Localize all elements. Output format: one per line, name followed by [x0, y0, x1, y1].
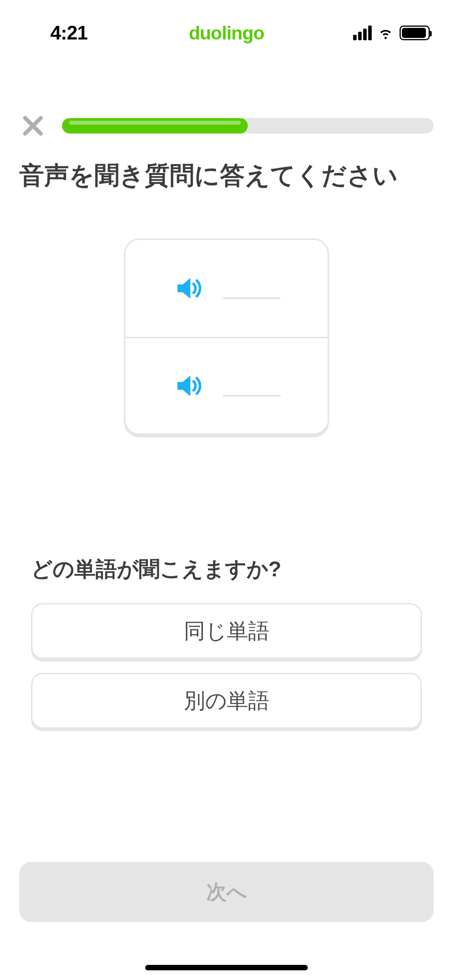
instruction-text: 音声を聞き質問に答えてください: [0, 159, 453, 192]
cellular-signal-icon: [353, 26, 372, 40]
audio-play-row-1[interactable]: [125, 240, 328, 337]
wifi-icon: [377, 24, 394, 42]
answer-option-different[interactable]: 別の単語: [31, 673, 422, 729]
answer-options: 同じ単語 別の単語: [0, 603, 453, 729]
progress-bar: [62, 118, 434, 134]
audio-card: [124, 238, 329, 435]
speaker-icon: [172, 273, 203, 304]
status-icons: [294, 24, 430, 42]
next-button[interactable]: 次へ: [19, 862, 434, 922]
status-bar: 4:21 duolingo: [0, 0, 453, 54]
home-indicator[interactable]: [145, 965, 308, 970]
audio-play-row-2[interactable]: [125, 337, 328, 433]
status-time: 4:21: [50, 22, 88, 44]
word-placeholder-line: [223, 395, 281, 397]
answer-option-same[interactable]: 同じ単語: [31, 603, 422, 659]
speaker-icon: [172, 370, 203, 401]
question-text: どの単語が聞こえますか?: [0, 555, 453, 584]
battery-icon: [400, 26, 430, 40]
progress-fill: [62, 118, 248, 134]
word-placeholder-line: [223, 297, 281, 299]
close-icon[interactable]: [19, 112, 46, 139]
app-logo: duolingo: [189, 23, 264, 43]
lesson-header: [0, 112, 453, 139]
